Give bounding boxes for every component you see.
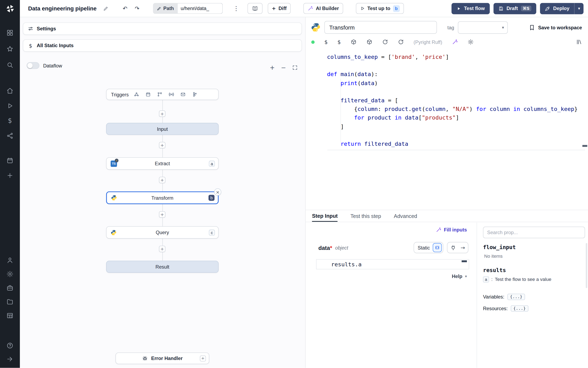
apps-grid-icon[interactable] [0, 25, 20, 41]
package-cube-icon[interactable] [351, 39, 357, 45]
dollar-icon[interactable]: $ [324, 39, 328, 45]
folders-icon[interactable] [0, 295, 20, 309]
plug-icon[interactable] [450, 245, 456, 250]
flow-input-section-header[interactable]: flow_input [483, 244, 585, 250]
ai-builder-button[interactable]: AI Builder [303, 3, 343, 14]
ai-wand-icon[interactable] [452, 39, 458, 45]
settings-gear-icon[interactable] [0, 267, 20, 281]
editor-divider [327, 150, 585, 150]
zoom-out-button[interactable]: − [279, 63, 288, 72]
code-editor[interactable]: columns_to_keep = ['brand', 'price'] def… [306, 51, 588, 148]
refresh-icon-2[interactable] [398, 39, 404, 45]
python-icon [111, 230, 117, 235]
result-node[interactable]: Result [106, 261, 218, 273]
results-section-header[interactable]: results [483, 267, 585, 273]
test-up-to-button[interactable]: Test up to b [356, 3, 404, 14]
tab-advanced[interactable]: Advanced [394, 210, 417, 222]
insert-step-button-1[interactable]: + [159, 110, 165, 117]
input-expression-editor[interactable]: results.a [316, 259, 469, 269]
insert-step-button-4[interactable]: + [159, 211, 165, 218]
collapse-arrow-icon[interactable] [0, 352, 20, 366]
undo-button[interactable]: ↶ [120, 3, 130, 14]
redo-button[interactable]: ↷ [132, 3, 142, 14]
deploy-button[interactable]: Deploy ▾ [540, 3, 583, 14]
editor-settings-gear-icon[interactable] [468, 39, 474, 45]
help-icon[interactable] [0, 339, 20, 352]
prop-pane-scrollbar[interactable] [586, 243, 587, 288]
transform-step-node-selected[interactable]: Transform b × [106, 192, 218, 204]
package-cube-icon-2[interactable] [366, 39, 372, 45]
websocket-trigger-icon[interactable] [169, 92, 174, 97]
input-node[interactable]: Input [106, 123, 218, 135]
save-to-workspace-button[interactable]: Save to workspace [529, 24, 583, 31]
runs-play-icon[interactable] [0, 98, 20, 113]
refresh-icon[interactable] [382, 39, 388, 45]
static-mode-toggle[interactable]: Static [414, 242, 443, 253]
query-step-node[interactable]: Query c [106, 226, 218, 239]
delete-step-close-icon[interactable]: × [214, 188, 221, 196]
create-plus-icon[interactable] [0, 168, 20, 183]
more-options-kebab-icon[interactable]: ⋮ [232, 3, 241, 14]
fill-inputs-button[interactable]: Fill inputs [436, 227, 467, 232]
schedules-calendar-icon[interactable] [0, 153, 20, 168]
variables-dollar-icon[interactable]: $ [0, 113, 20, 128]
apps-table-icon[interactable] [0, 309, 20, 323]
zoom-in-button[interactable]: + [268, 63, 277, 72]
result-item-row[interactable]: a : Test the flow to see a value [483, 276, 585, 282]
docs-book-button[interactable] [247, 3, 262, 14]
step-name-input[interactable] [324, 21, 437, 34]
diff-button[interactable]: + Diff [268, 3, 291, 14]
tab-test-this-step[interactable]: Test this step [350, 210, 381, 222]
insert-step-button-5[interactable]: + [159, 246, 165, 252]
editor-scrollbar[interactable] [582, 145, 587, 147]
bug-icon [142, 356, 148, 361]
fit-view-button[interactable] [290, 63, 299, 72]
windmill-logo[interactable] [0, 0, 20, 17]
toggle-library-panel-icon[interactable] [576, 39, 582, 45]
dataflow-toggle[interactable] [27, 62, 39, 69]
path-input[interactable] [178, 3, 223, 14]
variables-value-chip[interactable]: {...} [507, 294, 525, 300]
route-trigger-icon[interactable] [157, 92, 162, 97]
extract-step-node[interactable]: TS ⚡ Extract a [106, 157, 218, 170]
draft-button[interactable]: Draft ⌘S [493, 3, 536, 14]
webhook-trigger-icon[interactable] [134, 92, 139, 97]
home-icon[interactable] [0, 83, 20, 98]
error-handler-node[interactable]: Error Handler + [115, 352, 209, 364]
add-error-handler-button[interactable]: + [200, 355, 206, 361]
expression-editor-toggle-icon[interactable] [433, 243, 442, 252]
insert-arrow-icon[interactable]: → [461, 245, 465, 250]
test-flow-button[interactable]: Test flow [452, 3, 490, 14]
dollar-icon-2[interactable]: $ [337, 39, 341, 45]
prop-search-input[interactable] [483, 227, 585, 238]
schedule-trigger-icon[interactable] [145, 92, 151, 97]
resources-share-icon[interactable] [0, 128, 20, 143]
extract-node-label: Extract [155, 161, 170, 166]
email-trigger-icon[interactable] [180, 92, 186, 97]
tag-select[interactable]: ▾ [458, 21, 508, 33]
path-button[interactable]: Path [153, 3, 178, 14]
workers-briefcase-icon[interactable] [0, 281, 20, 295]
insert-step-button-2[interactable]: + [159, 142, 165, 148]
all-static-inputs-button[interactable]: $ All Static Inputs [23, 39, 302, 52]
users-icon[interactable] [0, 253, 20, 267]
expression-value: results.a [331, 261, 362, 268]
deploy-dropdown-chevron-icon[interactable]: ▾ [574, 3, 583, 14]
tab-step-input[interactable]: Step Input [312, 210, 338, 222]
indent-guide [341, 79, 341, 146]
triggers-node[interactable]: Triggers [106, 89, 218, 100]
resources-value-chip[interactable]: {...} [511, 305, 528, 312]
extract-step-id-badge: a [209, 161, 215, 166]
python-icon [311, 23, 321, 32]
code-line: def main(data): [327, 70, 588, 79]
edit-title-pencil-icon[interactable] [101, 4, 110, 13]
flow-settings-button[interactable]: Settings [23, 23, 302, 35]
kafka-trigger-icon[interactable] [192, 92, 198, 97]
result-hint: Test the flow to see a value [495, 277, 551, 282]
insert-step-button-3[interactable]: + [159, 177, 165, 183]
help-expander[interactable]: Help ▾ [452, 274, 467, 279]
search-icon[interactable] [0, 57, 20, 73]
dataflow-label: Dataflow [43, 63, 62, 68]
code-line: columns_to_keep = ['brand', 'price'] [327, 53, 588, 62]
favorites-star-icon[interactable] [0, 41, 20, 57]
